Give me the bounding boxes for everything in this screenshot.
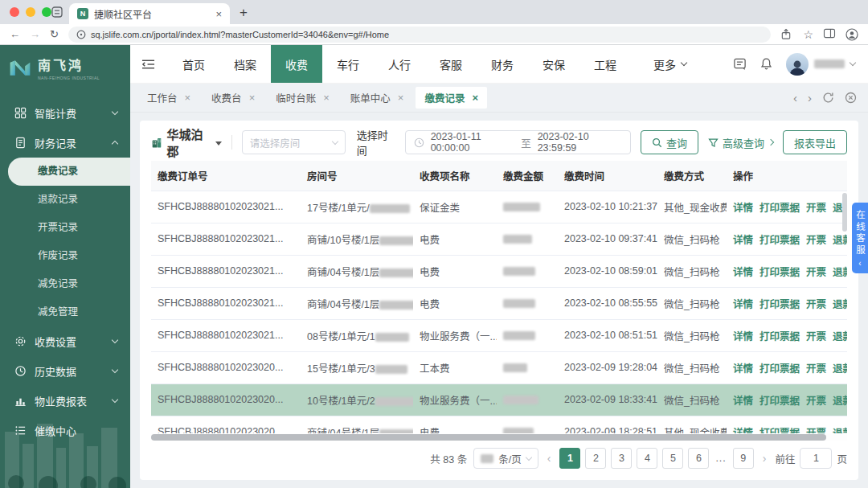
sidebar-sub-item[interactable]: 缴费记录	[8, 158, 130, 186]
action-detail[interactable]: 详情	[733, 267, 753, 278]
sidebar-sub-item[interactable]: 开票记录	[0, 214, 130, 242]
action-detail[interactable]: 详情	[733, 299, 753, 310]
next-page-icon[interactable]: ›	[760, 453, 769, 464]
close-all-tabs-icon[interactable]	[845, 92, 857, 104]
action-invoice[interactable]: 开票	[806, 267, 826, 278]
page-button[interactable]: 9	[733, 448, 754, 469]
room-select[interactable]: 请选择房间	[242, 130, 346, 154]
action-refund[interactable]: 退款	[833, 363, 847, 375]
table-row[interactable]: SFHCBJ88880102023021...商铺/10号楼/1层电费2023-…	[151, 223, 847, 255]
page-button[interactable]: 1	[559, 448, 580, 469]
vertical-scrollbar-thumb[interactable]	[842, 193, 847, 232]
nav-item[interactable]: 车行	[322, 45, 374, 83]
sidebar-sub-item[interactable]: 减免记录	[0, 270, 130, 298]
community-selector[interactable]: 华城泊郡	[151, 125, 222, 159]
action-invoice[interactable]: 开票	[806, 331, 826, 342]
page-button[interactable]: 6	[688, 448, 709, 469]
nav-item[interactable]: 客服	[425, 45, 477, 83]
action-print-ticket[interactable]: 打印票据	[760, 203, 800, 214]
back-icon[interactable]: ←	[10, 29, 20, 39]
refresh-icon[interactable]	[822, 92, 834, 104]
browser-tab[interactable]: N 捷顺社区平台 ×	[69, 3, 230, 24]
user-menu[interactable]	[786, 53, 855, 76]
workspace-tab[interactable]: 临时台账×	[267, 87, 338, 109]
workspace-tab[interactable]: 收费台×	[203, 87, 264, 109]
action-print-ticket[interactable]: 打印票据	[760, 331, 800, 342]
action-refund[interactable]: 退款	[833, 267, 847, 278]
sidebar-group-item[interactable]: 物业费报表	[0, 386, 130, 416]
action-print-ticket[interactable]: 打印票据	[760, 235, 800, 246]
bell-icon[interactable]	[760, 57, 773, 71]
table-row[interactable]: SFHCBJ88880102023021...17号楼/1单元/保证金类2023…	[151, 191, 847, 223]
bookmark-star-icon[interactable]: ☆	[803, 29, 813, 40]
sidebar-group-item[interactable]: 智能计费	[0, 98, 130, 128]
action-invoice[interactable]: 开票	[806, 363, 826, 375]
action-detail[interactable]: 详情	[733, 331, 753, 342]
tabs-scroll-right-icon[interactable]: ›	[808, 92, 812, 104]
online-service-tab[interactable]: 在线客服 ‹	[852, 203, 868, 273]
goto-page-input[interactable]	[800, 448, 832, 469]
horizontal-scrollbar[interactable]	[151, 433, 847, 441]
site-info-icon[interactable]	[76, 30, 86, 39]
page-ellipsis[interactable]: ...	[714, 453, 727, 464]
horizontal-scrollbar-thumb[interactable]	[151, 434, 826, 441]
page-button[interactable]: 2	[585, 448, 606, 469]
tab-close-icon[interactable]: ×	[215, 8, 222, 20]
action-print-ticket[interactable]: 打印票据	[760, 363, 800, 375]
page-button[interactable]: 5	[662, 448, 683, 469]
export-report-button[interactable]: 报表导出	[783, 130, 847, 154]
reload-icon[interactable]: ↻	[50, 29, 59, 39]
nav-item[interactable]: 人行	[374, 45, 425, 83]
forward-icon[interactable]: →	[30, 29, 40, 39]
tab-close-icon[interactable]: ×	[185, 92, 191, 103]
date-range-input[interactable]: 2023-01-11 00:00:00 至 2023-02-10 23:59:5…	[405, 130, 631, 154]
tab-overview-icon[interactable]	[51, 6, 63, 18]
sidebar-group-item[interactable]: 财务记录	[0, 128, 130, 158]
minimize-window-button[interactable]	[26, 7, 35, 17]
tab-close-icon[interactable]: ×	[398, 92, 404, 103]
action-invoice[interactable]: 开票	[806, 203, 826, 214]
action-refund[interactable]: 退款	[833, 396, 847, 407]
tabs-scroll-left-icon[interactable]: ‹	[793, 92, 797, 104]
sidebar-group-item[interactable]: 收费设置	[0, 326, 130, 356]
action-invoice[interactable]: 开票	[806, 299, 826, 310]
tab-close-icon[interactable]: ×	[249, 92, 256, 103]
message-icon[interactable]	[733, 57, 747, 71]
tab-close-icon[interactable]: ×	[323, 92, 330, 103]
nav-item[interactable]: 档案	[219, 45, 271, 83]
action-detail[interactable]: 详情	[733, 203, 753, 214]
action-invoice[interactable]: 开票	[806, 396, 826, 407]
action-detail[interactable]: 详情	[733, 363, 753, 375]
sidebar-sub-item[interactable]: 退款记录	[0, 186, 130, 214]
new-tab-button[interactable]: +	[240, 6, 248, 19]
browser-profile-icon[interactable]	[845, 28, 858, 41]
table-row[interactable]: SFHCBJ88880102023021...商铺/04号楼/1层电费2023-…	[151, 287, 847, 319]
action-detail[interactable]: 详情	[733, 235, 753, 246]
sidebar-group-item[interactable]: 历史数据	[0, 356, 130, 386]
share-icon[interactable]	[780, 28, 793, 41]
nav-item[interactable]: 财务	[477, 45, 528, 83]
vertical-scrollbar[interactable]	[842, 193, 847, 232]
page-size-select[interactable]: 条/页	[473, 448, 538, 469]
sidebar-sub-item[interactable]: 减免管理	[0, 298, 130, 326]
collapse-sidebar-icon[interactable]	[141, 59, 155, 70]
action-refund[interactable]: 退款	[833, 299, 847, 310]
advanced-query-link[interactable]: 高级查询	[708, 135, 773, 150]
nav-item[interactable]: 安保	[528, 45, 579, 83]
sidebar-group-item[interactable]: 催缴中心	[0, 416, 130, 445]
query-button[interactable]: 查询	[641, 130, 698, 154]
sidebar-sub-item[interactable]: 作废记录	[0, 242, 130, 270]
split-view-icon[interactable]	[823, 28, 836, 41]
workspace-tab[interactable]: 账单中心×	[342, 87, 413, 109]
action-print-ticket[interactable]: 打印票据	[760, 299, 800, 310]
tab-close-icon[interactable]: ×	[472, 92, 478, 103]
page-button[interactable]: 4	[637, 448, 657, 469]
workspace-tab[interactable]: 缴费记录×	[416, 87, 487, 109]
table-row[interactable]: SFHCBJ88880102023020...15号楼/1单元/3工本费2023…	[151, 351, 847, 383]
nav-item[interactable]: 工程	[579, 45, 631, 83]
action-invoice[interactable]: 开票	[806, 235, 826, 246]
nav-more[interactable]: 更多	[653, 56, 686, 72]
close-window-button[interactable]	[10, 7, 19, 17]
page-button[interactable]: 3	[611, 448, 632, 469]
action-refund[interactable]: 退款	[833, 235, 847, 246]
